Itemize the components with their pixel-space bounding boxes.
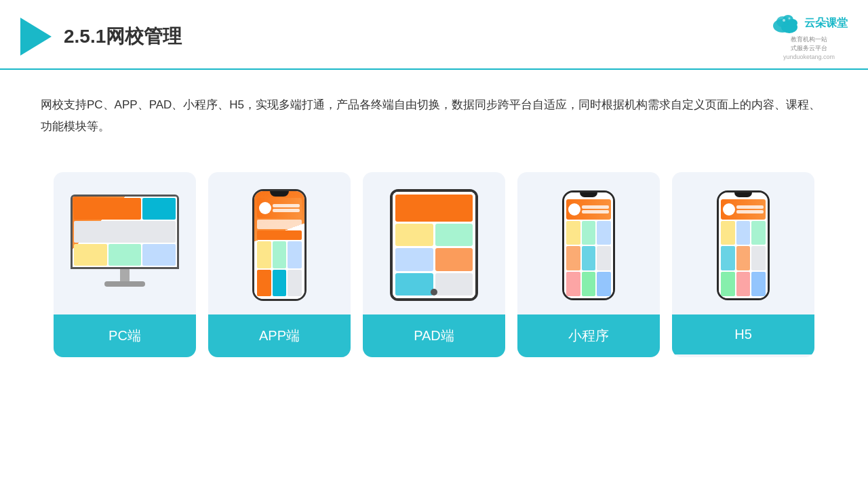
card-h5-image	[672, 172, 814, 314]
h5-mc7	[721, 272, 735, 296]
mc4	[566, 246, 580, 270]
card-app: APP端	[208, 172, 351, 357]
ts1	[395, 224, 433, 246]
app-line2	[273, 209, 300, 212]
card-pad-label: PAD端	[363, 314, 505, 357]
brand-tagline: 教育机构一站 式服务云平台	[791, 35, 827, 53]
card-pc-image	[54, 172, 196, 314]
monitor-screen	[71, 195, 179, 269]
app-row1	[257, 220, 302, 229]
h5-grid	[721, 221, 766, 296]
mc3	[597, 221, 611, 245]
h5-text-lines	[736, 205, 764, 214]
h5-mc3	[751, 221, 766, 245]
mc1	[566, 221, 580, 245]
svg-point-6	[789, 18, 791, 20]
h5-mc4	[721, 246, 735, 270]
mc7	[566, 272, 580, 296]
h5-phone-screen	[719, 192, 768, 298]
pgc2	[273, 241, 287, 268]
card-pad: PAD端	[363, 172, 505, 357]
ts-header	[395, 195, 473, 222]
mini-avatar	[568, 203, 580, 216]
h5-mc6	[751, 246, 766, 270]
h5-mc9	[751, 272, 766, 296]
card-h5: H5	[672, 172, 814, 357]
sb5	[108, 244, 142, 266]
header-right: 云朵课堂 教育机构一站 式服务云平台 yunduoketang.com	[770, 12, 848, 60]
brand-name: 云朵课堂	[804, 17, 848, 29]
mc9	[597, 272, 611, 296]
card-mini-image	[517, 172, 660, 314]
brand-logo: 云朵课堂	[770, 12, 848, 34]
sb1	[74, 198, 141, 220]
card-pc-label: PC端	[54, 314, 196, 357]
pgc6	[288, 270, 302, 297]
ts5	[395, 273, 433, 296]
pgc3	[288, 241, 302, 268]
header: 2.5.1网校管理 云朵课堂 教育机构一站 式服务云平台 yunduoketan…	[0, 0, 868, 70]
page-title: 2.5.1网校管理	[64, 24, 182, 49]
app-banner	[257, 198, 302, 218]
monitor-stand-base	[104, 281, 145, 287]
h5-mc8	[736, 272, 751, 296]
monitor-stand-neck	[120, 269, 130, 281]
ts3	[395, 248, 433, 270]
mc5	[582, 246, 596, 270]
ts4	[435, 248, 473, 270]
sb2	[142, 198, 176, 220]
sb6	[142, 244, 176, 266]
app-grid	[257, 241, 302, 296]
card-pc: PC端	[54, 172, 196, 357]
card-app-label: APP端	[208, 314, 351, 357]
card-mini-label: 小程序	[517, 314, 660, 357]
h5-avatar	[723, 203, 735, 216]
mc2	[582, 221, 596, 245]
header-left: 2.5.1网校管理	[20, 18, 182, 56]
mini-line1	[582, 205, 609, 209]
description: 网校支持PC、APP、PAD、小程序、H5，实现多端打通，产品各终端自由切换，数…	[0, 70, 868, 152]
card-app-image	[208, 172, 351, 314]
cards-container: PC端	[0, 152, 868, 378]
h5-banner	[721, 199, 766, 220]
sb3	[74, 221, 176, 243]
ts2	[435, 224, 473, 246]
tablet-home-btn	[431, 289, 437, 296]
mini-line2	[582, 210, 609, 214]
h5-mc5	[736, 246, 751, 270]
app-row2	[257, 230, 302, 240]
mini-phone-screen	[564, 192, 613, 298]
brand-url: yunduoketang.com	[783, 54, 835, 60]
logo-triangle	[20, 18, 52, 56]
app-line1	[273, 204, 300, 207]
card-mini: 小程序	[517, 172, 660, 357]
h5-line2	[736, 210, 764, 214]
card-pad-image	[363, 172, 505, 314]
h5-line1	[736, 205, 764, 209]
card-h5-label: H5	[672, 314, 814, 354]
app-avatar	[259, 202, 271, 214]
h5-phone-notch	[734, 192, 752, 197]
pgc1	[257, 241, 271, 268]
svg-point-5	[783, 19, 785, 22]
mini-phone-mockup	[562, 190, 615, 300]
tablet-mockup	[390, 189, 478, 301]
h5-phone-mockup	[717, 190, 770, 300]
sb4	[74, 244, 107, 266]
h5-mc1	[721, 221, 735, 245]
mini-banner	[566, 199, 611, 220]
app-text-lines	[273, 204, 300, 212]
svg-point-4	[788, 19, 797, 27]
monitor-screen-inner	[73, 197, 177, 267]
pgc4	[257, 270, 271, 297]
phone-notch	[270, 191, 289, 197]
h5-mc2	[736, 221, 751, 245]
phone-app-mockup	[252, 189, 307, 301]
tablet-screen	[393, 192, 475, 298]
description-text: 网校支持PC、APP、PAD、小程序、H5，实现多端打通，产品各终端自由切换，数…	[41, 94, 827, 138]
ts6	[435, 273, 473, 296]
mini-grid	[566, 221, 611, 296]
phone-screen	[254, 191, 304, 299]
pgc5	[273, 270, 287, 297]
mc8	[582, 272, 596, 296]
